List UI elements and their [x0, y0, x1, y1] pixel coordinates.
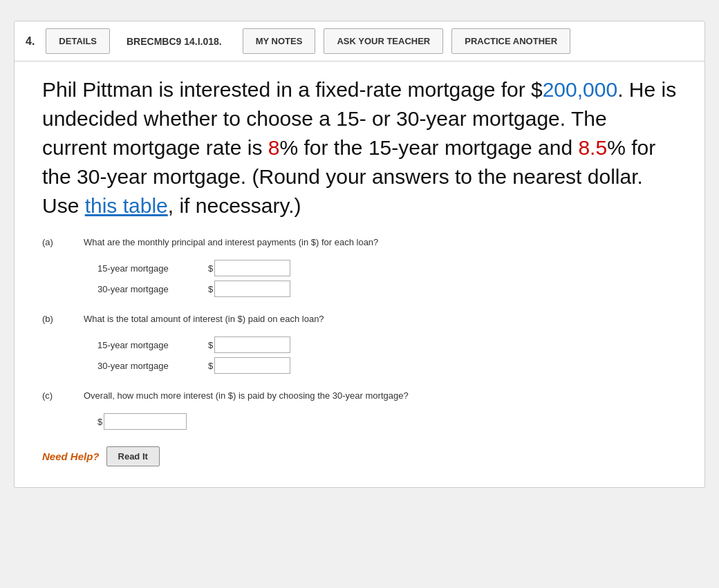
- subpart-a-row-2: 30-year mortgage $: [97, 281, 677, 297]
- subpart-a-row-1: 15-year mortgage $: [97, 260, 677, 276]
- subpart-b-row-2: 30-year mortgage $: [97, 357, 677, 374]
- content-area: Phil Pittman is interested in a fixed-ra…: [15, 61, 704, 487]
- details-button[interactable]: DETAILS: [46, 28, 110, 54]
- dollar-sign-a1: $: [208, 263, 213, 274]
- ask-teacher-button[interactable]: ASK YOUR TEACHER: [324, 28, 443, 54]
- problem-text-part3: % for the 15-year mortgage and: [280, 136, 579, 159]
- input-15yr-monthly[interactable]: [214, 260, 290, 276]
- input-30yr-interest[interactable]: [214, 357, 290, 374]
- problem-id: BRECMBC9 14.I.018.: [113, 36, 236, 47]
- input-more-interest[interactable]: [104, 413, 187, 430]
- label-30yr-a: 30-year mortgage: [97, 284, 208, 294]
- label-15yr-b: 15-year mortgage: [97, 340, 208, 350]
- subpart-b-header: (b) What is the total amount of interest…: [42, 314, 677, 331]
- subpart-c-header: (c) Overall, how much more interest (in …: [42, 390, 677, 408]
- need-help-area: Need Help? Read It: [42, 446, 677, 466]
- subpart-a-label: (a): [42, 237, 63, 247]
- subpart-b-question: What is the total amount of interest (in…: [84, 314, 324, 324]
- subpart-b: (b) What is the total amount of interest…: [42, 314, 677, 374]
- subpart-b-label: (b): [42, 314, 63, 324]
- dollar-sign-c: $: [97, 417, 102, 427]
- subpart-a: (a) What are the monthly principal and i…: [42, 237, 677, 297]
- subpart-c-label: (c): [42, 390, 63, 401]
- mortgage-amount: 200,000: [543, 78, 617, 101]
- dollar-sign-b2: $: [208, 361, 213, 371]
- label-15yr-a: 15-year mortgage: [97, 263, 208, 274]
- practice-another-button[interactable]: PRACTICE ANOTHER: [451, 28, 570, 54]
- subpart-c-row: $: [97, 413, 677, 430]
- page-container: 4. DETAILS BRECMBC9 14.I.018. MY NOTES A…: [0, 14, 719, 495]
- label-30yr-b: 30-year mortgage: [97, 361, 208, 371]
- need-help-label: Need Help?: [42, 451, 100, 462]
- subpart-c: (c) Overall, how much more interest (in …: [42, 390, 677, 430]
- input-30yr-monthly[interactable]: [214, 281, 290, 297]
- problem-text: Phil Pittman is interested in a fixed-ra…: [42, 75, 677, 220]
- subpart-a-question: What are the monthly principal and inter…: [84, 237, 378, 247]
- my-notes-button[interactable]: MY NOTES: [243, 28, 316, 54]
- problem-text-part5: , if necessary.): [168, 194, 301, 217]
- problem-text-part1: Phil Pittman is interested in a fixed-ra…: [42, 78, 543, 101]
- read-it-button[interactable]: Read It: [106, 446, 160, 466]
- toolbar: 4. DETAILS BRECMBC9 14.I.018. MY NOTES A…: [15, 21, 704, 61]
- rate-30: 8.5: [578, 136, 607, 159]
- question-card: 4. DETAILS BRECMBC9 14.I.018. MY NOTES A…: [14, 21, 705, 488]
- table-link[interactable]: this table: [85, 194, 168, 217]
- subpart-a-header: (a) What are the monthly principal and i…: [42, 237, 677, 254]
- rate-15: 8: [268, 136, 280, 159]
- toolbar-left: 4. DETAILS BRECMBC9 14.I.018.: [15, 21, 236, 61]
- toolbar-buttons: MY NOTES ASK YOUR TEACHER PRACTICE ANOTH…: [236, 21, 580, 61]
- subpart-c-question: Overall, how much more interest (in $) i…: [84, 390, 409, 401]
- dollar-sign-a2: $: [208, 284, 213, 294]
- question-number: 4.: [15, 23, 46, 60]
- dollar-sign-b1: $: [208, 340, 213, 350]
- input-15yr-interest[interactable]: [214, 336, 290, 353]
- subpart-b-row-1: 15-year mortgage $: [97, 336, 677, 353]
